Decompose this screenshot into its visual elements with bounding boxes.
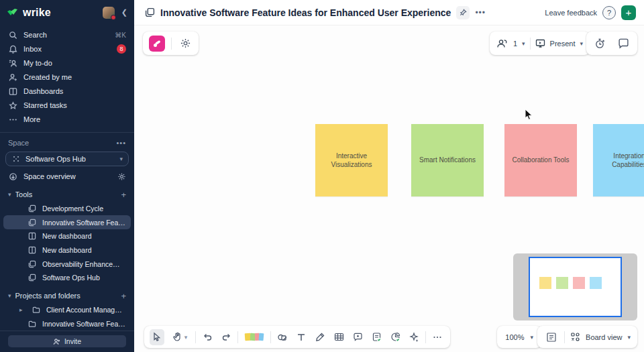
board-icon — [28, 218, 37, 227]
table-tool[interactable] — [331, 329, 346, 345]
sticky-note-label: Integration Capabilities — [600, 152, 644, 170]
dashboard-icon — [28, 245, 37, 255]
hand-tool[interactable]: ▾ — [168, 329, 191, 345]
sticky-note[interactable]: Interactive Visualizations — [315, 124, 388, 196]
sticky-note[interactable]: Collaboration Tools — [504, 124, 577, 196]
sidebar-item-development-cycle[interactable]: Development Cycle — [3, 201, 131, 215]
todo-icon — [8, 58, 17, 68]
space-selector[interactable]: Software Ops Hub ▾ — [5, 152, 129, 166]
comments-icon[interactable] — [616, 36, 631, 52]
sidebar-item-search[interactable]: Search ⌘K — [0, 28, 134, 42]
sidebar-item-client-account-management[interactable]: ▸ Client Account Management — [3, 303, 131, 317]
logo-text: wrike — [23, 7, 51, 19]
chevron-down-icon: ▾ — [119, 156, 123, 162]
chevron-down-icon: ▾ — [8, 191, 11, 198]
header-more-icon[interactable]: ••• — [475, 8, 486, 17]
sidebar-item-new-dashboard-1[interactable]: New dashboard — [3, 229, 131, 243]
present-button[interactable]: Present — [550, 40, 576, 48]
sidebar-item-space-overview[interactable]: Space overview — [0, 170, 134, 184]
view-switcher: Board view ▾ — [537, 326, 637, 348]
space-section-header: Space ••• — [0, 137, 134, 150]
zoom-level: 100% — [505, 333, 524, 341]
invite-button[interactable]: Invite — [8, 335, 126, 347]
sidebar-item-observability-enhancements[interactable]: Observability Enhancements — [3, 257, 131, 271]
people-count[interactable]: 1 — [513, 40, 517, 48]
sidebar-item-created-by-me[interactable]: Created by me — [0, 70, 134, 84]
timer-icon[interactable] — [593, 36, 608, 52]
chart-widget-tool[interactable] — [388, 329, 402, 345]
add-tool-icon[interactable]: + — [121, 190, 126, 200]
help-icon[interactable]: ? — [602, 6, 616, 19]
drawing-toolbar: ▾ — [144, 326, 450, 348]
board-app-toolbar — [143, 32, 199, 55]
sidebar-item-software-ops-hub[interactable]: Software Ops Hub — [3, 271, 131, 285]
minimap[interactable] — [513, 253, 637, 320]
bell-icon — [8, 44, 17, 54]
sidebar-item-inbox[interactable]: Inbox 8 — [0, 42, 134, 56]
gear-icon[interactable] — [117, 172, 126, 181]
space-overview-icon — [8, 172, 17, 181]
sticky-note[interactable]: Integration Capabilities — [593, 124, 644, 196]
sidebar-item-starred-tasks[interactable]: Starred tasks — [0, 99, 134, 113]
person-add-icon — [53, 338, 60, 345]
collaboration-toolbar: 1 ▾ Present ▾ — [490, 32, 590, 55]
sticky-note-label: Smart Notifications — [419, 156, 476, 165]
add-project-icon[interactable]: + — [121, 291, 126, 301]
chevron-down-icon: ▾ — [184, 334, 188, 341]
minimap-note — [556, 277, 568, 289]
pen-tool[interactable] — [313, 329, 327, 345]
zoom-control[interactable]: 100% ▾ — [497, 326, 541, 348]
undo-button[interactable] — [200, 329, 215, 345]
sidebar-item-innovative-folder[interactable]: Innovative Software Feature Ideas ... — [3, 316, 131, 331]
folder-icon — [28, 319, 37, 329]
redo-button[interactable] — [219, 329, 233, 345]
more-tools-button[interactable] — [430, 329, 445, 345]
sidebar-item-innovative-software-feature-ideas[interactable]: Innovative Software Feature Ideas ... — [3, 215, 131, 229]
shapes-tool[interactable] — [275, 329, 290, 345]
sidebar-item-my-todo[interactable]: My to-do — [0, 56, 134, 70]
space-menu-icon[interactable]: ••• — [116, 139, 126, 147]
board-icon — [28, 259, 37, 269]
board-view-icon — [570, 332, 580, 342]
sticky-note-tool[interactable] — [242, 329, 266, 345]
star-icon — [8, 101, 17, 110]
whiteboard-app-icon[interactable] — [149, 36, 165, 52]
pin-icon[interactable] — [456, 6, 470, 19]
sidebar-item-dashboards[interactable]: Dashboards — [0, 84, 134, 99]
minimap-viewport[interactable] — [529, 257, 622, 317]
board-view-label[interactable]: Board view — [586, 333, 622, 341]
sticky-note[interactable]: Smart Notifications — [411, 124, 484, 196]
collapse-sidebar-icon[interactable]: ❮ — [121, 8, 127, 17]
user-avatar[interactable] — [103, 7, 115, 19]
task-tool[interactable] — [369, 329, 384, 345]
projects-section-header[interactable]: ▾ Projects and folders + — [0, 289, 134, 303]
select-tool[interactable] — [150, 329, 164, 345]
chevron-right-icon[interactable]: ▸ — [19, 306, 26, 313]
search-shortcut: ⌘K — [115, 32, 126, 39]
chevron-down-icon[interactable]: ▾ — [522, 40, 525, 47]
text-tool[interactable] — [294, 329, 309, 345]
present-icon — [535, 38, 545, 48]
tools-section-header[interactable]: ▾ Tools + — [0, 188, 134, 202]
chevron-down-icon[interactable]: ▾ — [627, 334, 631, 341]
leave-feedback-link[interactable]: Leave feedback — [545, 9, 597, 17]
whiteboard-canvas[interactable]: Interactive Visualizations Smart Notific… — [134, 25, 644, 352]
ai-sparkle-tool[interactable] — [407, 329, 421, 345]
page-header: Innovative Software Feature Ideas for En… — [134, 0, 644, 25]
minimap-note — [573, 277, 585, 289]
main-area: Innovative Software Feature Ideas for En… — [134, 0, 644, 352]
sidebar-item-more[interactable]: More — [0, 113, 134, 127]
logo-row: wrike ❮ — [0, 0, 134, 25]
page-title: Innovative Software Feature Ideas for En… — [160, 7, 451, 18]
more-icon — [8, 115, 17, 124]
board-settings-gear-icon[interactable] — [178, 36, 193, 52]
minimap-note — [539, 277, 551, 289]
add-button[interactable]: + — [621, 5, 636, 20]
chevron-down-icon[interactable]: ▾ — [580, 40, 583, 47]
comment-tool[interactable] — [350, 329, 365, 345]
sticky-note-label: Interactive Visualizations — [322, 152, 381, 170]
sidebar-item-new-dashboard-2[interactable]: New dashboard — [3, 243, 131, 257]
status-dot — [111, 15, 116, 20]
wrike-app: wrike ❮ Search ⌘K Inbox 8 My to-do — [0, 0, 644, 352]
fit-frame-icon[interactable] — [544, 329, 559, 345]
